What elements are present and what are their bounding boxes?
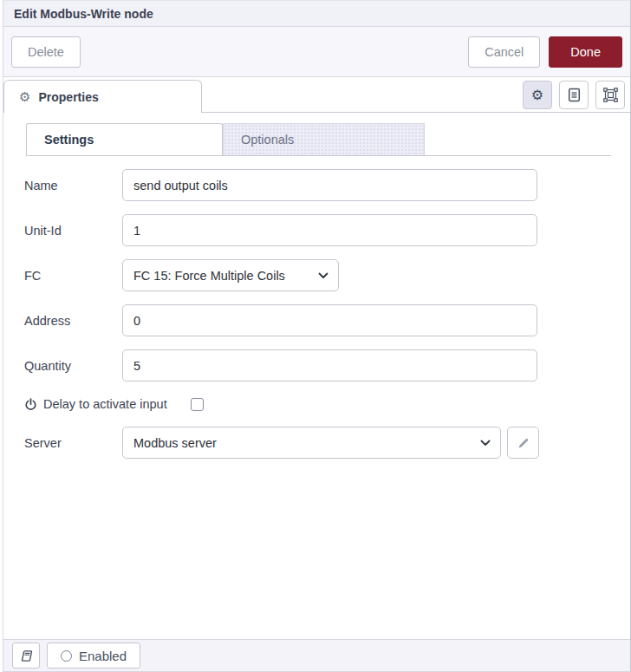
name-row: Name	[24, 169, 630, 201]
unit-id-label: Unit-Id	[24, 224, 122, 238]
edit-node-dialog: Edit Modbus-Write node Delete Cancel Don…	[0, 0, 631, 672]
tab-properties[interactable]: ⚙ Properties	[3, 80, 202, 113]
editor-icon-tray: ⚙	[523, 81, 625, 109]
dialog-header: Edit Modbus-Write node	[3, 0, 630, 27]
tab-optionals[interactable]: Optionals	[223, 123, 425, 155]
server-select[interactable]: Modbus server	[122, 427, 501, 459]
node-appearance-button[interactable]	[595, 81, 625, 109]
appearance-icon	[603, 88, 618, 102]
settings-form: Name Unit-Id FC FC 15: Force Multiple Co…	[3, 169, 630, 459]
power-icon	[24, 398, 37, 411]
book-icon	[20, 649, 33, 662]
delete-button[interactable]: Delete	[11, 36, 81, 68]
fc-selected-value: FC 15: Force Multiple Coils	[133, 269, 285, 283]
editor-tab-bar: ⚙ Properties ⚙	[3, 77, 630, 113]
done-button[interactable]: Done	[549, 36, 622, 68]
node-description-button[interactable]	[559, 81, 589, 109]
document-icon	[568, 88, 581, 102]
fc-row: FC FC 15: Force Multiple Coils	[24, 259, 630, 291]
cancel-button[interactable]: Cancel	[468, 36, 540, 68]
docs-button[interactable]	[12, 643, 40, 669]
name-input[interactable]	[122, 169, 537, 201]
quantity-label: Quantity	[24, 359, 122, 373]
delay-label: Delay to activate input	[43, 397, 167, 411]
address-input[interactable]	[122, 304, 537, 336]
optionals-tab-label: Optionals	[241, 133, 294, 147]
node-properties-button[interactable]: ⚙	[523, 81, 552, 109]
fc-select[interactable]: FC 15: Force Multiple Coils	[122, 259, 339, 291]
delay-checkbox[interactable]	[191, 398, 204, 411]
quantity-row: Quantity	[24, 349, 630, 382]
circle-icon	[61, 650, 72, 662]
edit-server-button[interactable]	[507, 427, 539, 459]
address-row: Address	[24, 304, 630, 336]
delay-row: Delay to activate input	[24, 397, 630, 411]
dialog-title: Edit Modbus-Write node	[14, 7, 153, 21]
server-row: Server Modbus server	[24, 427, 630, 459]
tab-settings[interactable]: Settings	[26, 123, 223, 155]
chevron-down-icon	[480, 440, 491, 447]
dialog-panel: Edit Modbus-Write node Delete Cancel Don…	[3, 0, 630, 672]
gear-icon: ⚙	[531, 88, 543, 102]
unit-id-row: Unit-Id	[24, 214, 630, 246]
enabled-label: Enabled	[79, 649, 127, 663]
name-label: Name	[24, 179, 122, 192]
settings-tab-label: Settings	[44, 133, 94, 147]
dialog-footer: Enabled	[3, 639, 630, 672]
unit-id-input[interactable]	[122, 214, 537, 246]
address-label: Address	[24, 314, 122, 328]
chevron-down-icon	[318, 272, 329, 279]
enabled-toggle-button[interactable]: Enabled	[47, 643, 140, 669]
gear-icon: ⚙	[19, 90, 30, 103]
pencil-icon	[517, 437, 530, 449]
properties-content: Settings Optionals Name Unit-Id FC	[3, 113, 630, 639]
quantity-input[interactable]	[122, 349, 537, 382]
server-label: Server	[24, 436, 122, 450]
properties-tab-label: Properties	[38, 90, 98, 104]
server-selected-value: Modbus server	[133, 436, 217, 450]
fc-label: FC	[24, 269, 122, 283]
settings-tab-bar: Settings Optionals	[26, 123, 611, 156]
dialog-toolbar: Delete Cancel Done	[3, 27, 630, 77]
